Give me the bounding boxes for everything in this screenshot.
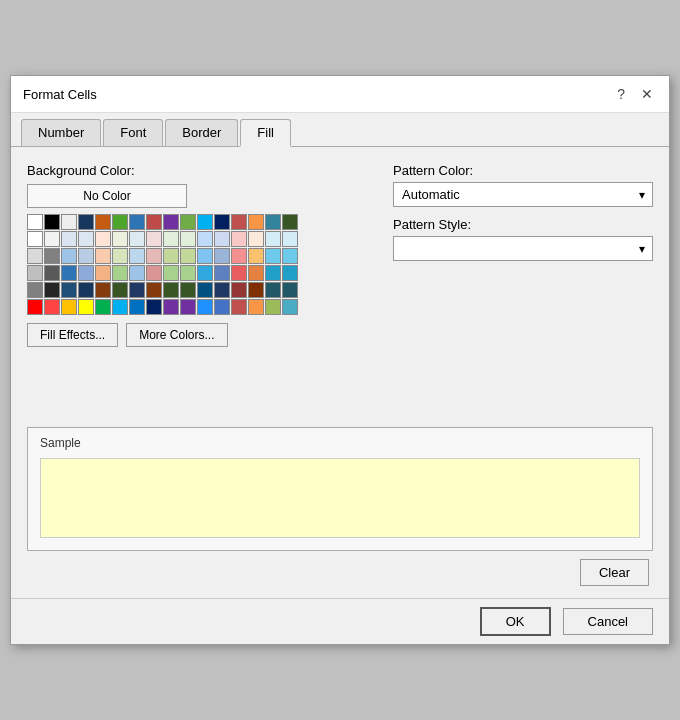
swatch-r6-13[interactable]	[231, 299, 247, 315]
swatch-r6-9[interactable]	[163, 299, 179, 315]
swatch-teal1[interactable]	[197, 214, 213, 230]
swatch-r2-12[interactable]	[214, 231, 230, 247]
clear-button[interactable]: Clear	[580, 559, 649, 586]
swatch-r3-2[interactable]	[44, 248, 60, 264]
swatch-r4-10[interactable]	[180, 265, 196, 281]
swatch-purple1[interactable]	[163, 214, 179, 230]
swatch-blue1[interactable]	[129, 214, 145, 230]
swatch-r4-8[interactable]	[146, 265, 162, 281]
swatch-r3-12[interactable]	[214, 248, 230, 264]
swatch-r3-8[interactable]	[146, 248, 162, 264]
swatch-r5-3[interactable]	[61, 282, 77, 298]
swatch-r2-3[interactable]	[61, 231, 77, 247]
swatch-r4-14[interactable]	[248, 265, 264, 281]
cancel-button[interactable]: Cancel	[563, 608, 653, 635]
swatch-r2-11[interactable]	[197, 231, 213, 247]
swatch-r6-11[interactable]	[197, 299, 213, 315]
swatch-r2-9[interactable]	[163, 231, 179, 247]
swatch-r4-16[interactable]	[282, 265, 298, 281]
swatch-r2-1[interactable]	[27, 231, 43, 247]
swatch-r6-4[interactable]	[78, 299, 94, 315]
more-colors-button[interactable]: More Colors...	[126, 323, 227, 347]
swatch-r2-15[interactable]	[265, 231, 281, 247]
swatch-r2-10[interactable]	[180, 231, 196, 247]
swatch-r5-12[interactable]	[214, 282, 230, 298]
swatch-r6-7[interactable]	[129, 299, 145, 315]
swatch-green1[interactable]	[112, 214, 128, 230]
swatch-r5-13[interactable]	[231, 282, 247, 298]
swatch-r5-16[interactable]	[282, 282, 298, 298]
tab-font[interactable]: Font	[103, 119, 163, 146]
tab-border[interactable]: Border	[165, 119, 238, 146]
swatch-r2-5[interactable]	[95, 231, 111, 247]
swatch-r6-8[interactable]	[146, 299, 162, 315]
swatch-navy1[interactable]	[214, 214, 230, 230]
swatch-r3-16[interactable]	[282, 248, 298, 264]
swatch-r2-14[interactable]	[248, 231, 264, 247]
swatch-r4-15[interactable]	[265, 265, 281, 281]
swatch-r3-6[interactable]	[112, 248, 128, 264]
tab-number[interactable]: Number	[21, 119, 101, 146]
swatch-r4-1[interactable]	[27, 265, 43, 281]
swatch-r4-11[interactable]	[197, 265, 213, 281]
help-button[interactable]: ?	[613, 84, 629, 104]
swatch-r3-4[interactable]	[78, 248, 94, 264]
swatch-r3-13[interactable]	[231, 248, 247, 264]
swatch-r5-11[interactable]	[197, 282, 213, 298]
swatch-r5-2[interactable]	[44, 282, 60, 298]
swatch-r5-7[interactable]	[129, 282, 145, 298]
swatch-r3-11[interactable]	[197, 248, 213, 264]
swatch-r6-6[interactable]	[112, 299, 128, 315]
swatch-r4-2[interactable]	[44, 265, 60, 281]
swatch-r6-3[interactable]	[61, 299, 77, 315]
tab-fill[interactable]: Fill	[240, 119, 291, 147]
swatch-r3-14[interactable]	[248, 248, 264, 264]
swatch-white[interactable]	[27, 214, 43, 230]
swatch-r4-13[interactable]	[231, 265, 247, 281]
swatch-r6-10[interactable]	[180, 299, 196, 315]
swatch-r2-16[interactable]	[282, 231, 298, 247]
swatch-r5-6[interactable]	[112, 282, 128, 298]
swatch-black[interactable]	[44, 214, 60, 230]
swatch-r4-3[interactable]	[61, 265, 77, 281]
swatch-r5-5[interactable]	[95, 282, 111, 298]
swatch-r3-15[interactable]	[265, 248, 281, 264]
swatch-r5-1[interactable]	[27, 282, 43, 298]
swatch-r5-14[interactable]	[248, 282, 264, 298]
pattern-color-dropdown[interactable]: Automatic	[393, 182, 653, 207]
swatch-dkblue1[interactable]	[78, 214, 94, 230]
swatch-r5-15[interactable]	[265, 282, 281, 298]
swatch-r3-3[interactable]	[61, 248, 77, 264]
swatch-r2-13[interactable]	[231, 231, 247, 247]
swatch-orange1[interactable]	[95, 214, 111, 230]
swatch-r3-10[interactable]	[180, 248, 196, 264]
swatch-r4-12[interactable]	[214, 265, 230, 281]
swatch-r2-8[interactable]	[146, 231, 162, 247]
no-color-button[interactable]: No Color	[27, 184, 187, 208]
ok-button[interactable]: OK	[480, 607, 551, 636]
swatch-r4-9[interactable]	[163, 265, 179, 281]
swatch-r6-16[interactable]	[282, 299, 298, 315]
swatch-r5-8[interactable]	[146, 282, 162, 298]
swatch-r5-10[interactable]	[180, 282, 196, 298]
swatch-r6-5[interactable]	[95, 299, 111, 315]
swatch-r2-4[interactable]	[78, 231, 94, 247]
swatch-r6-14[interactable]	[248, 299, 264, 315]
swatch-dkgreen1[interactable]	[282, 214, 298, 230]
close-button[interactable]: ✕	[637, 84, 657, 104]
swatch-r3-7[interactable]	[129, 248, 145, 264]
swatch-r3-1[interactable]	[27, 248, 43, 264]
swatch-r2-7[interactable]	[129, 231, 145, 247]
swatch-teal2[interactable]	[265, 214, 281, 230]
swatch-r4-5[interactable]	[95, 265, 111, 281]
swatch-ltgreen1[interactable]	[180, 214, 196, 230]
swatch-r6-12[interactable]	[214, 299, 230, 315]
swatch-red1[interactable]	[146, 214, 162, 230]
pattern-style-dropdown[interactable]	[393, 236, 653, 261]
swatch-r5-4[interactable]	[78, 282, 94, 298]
fill-effects-button[interactable]: Fill Effects...	[27, 323, 118, 347]
swatch-r5-9[interactable]	[163, 282, 179, 298]
swatch-r6-15[interactable]	[265, 299, 281, 315]
swatch-gold1[interactable]	[248, 214, 264, 230]
swatch-dkred1[interactable]	[231, 214, 247, 230]
